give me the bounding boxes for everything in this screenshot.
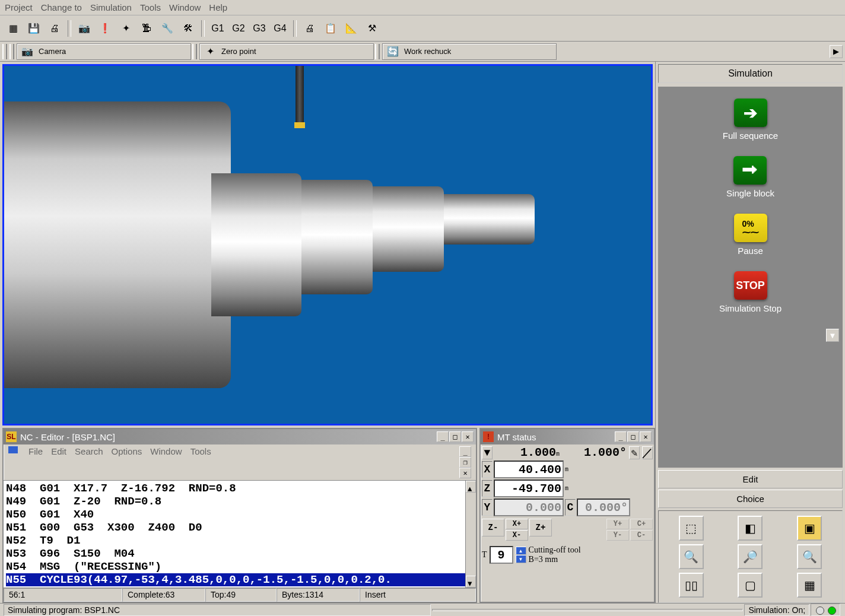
menu-project[interactable]: Project (5, 2, 33, 12)
tab-camera[interactable]: 📷 Camera (17, 43, 191, 60)
grip-handle[interactable] (375, 44, 380, 59)
side-panel-title: Simulation (658, 64, 843, 83)
nc-menu-window[interactable]: Window (150, 446, 182, 478)
status-complete: Complete:63 (122, 588, 205, 602)
edit-panel-button[interactable]: Edit (658, 470, 843, 488)
view-solid-button[interactable]: ◧ (738, 516, 763, 541)
zoom-in-button[interactable]: 🔎 (738, 544, 763, 569)
single-block-button[interactable]: ⮕ Single block (726, 156, 774, 198)
toolbar-print2-icon[interactable]: 🖨 (300, 19, 319, 38)
nc-editor-titlebar[interactable]: SL NC - Editor - [BSP1.NC] _ □ ✕ (4, 429, 476, 444)
status-mode: Insert (360, 588, 476, 602)
mt-status-window: ! MT status _ □ ✕ ▼ 1.000m (479, 428, 655, 603)
menu-window[interactable]: Window (169, 2, 201, 12)
child-restore-button[interactable]: ❐ (459, 457, 471, 468)
mt-line-button[interactable]: ／ (642, 446, 653, 459)
toolbar-alert-icon[interactable]: ❗ (96, 19, 115, 38)
tool-spin-down[interactable]: ▼ (516, 555, 526, 563)
close-button[interactable]: ✕ (640, 431, 652, 442)
layout-single-button[interactable]: ▢ (738, 573, 763, 598)
mt-status-titlebar[interactable]: ! MT status _ □ ✕ (481, 429, 654, 444)
mt-edit-button[interactable]: ✎ (629, 446, 640, 459)
toolbar-separator (68, 20, 71, 37)
axis-z-value[interactable] (494, 480, 564, 497)
toolbar-clipboard-icon[interactable]: 📋 (321, 19, 340, 38)
scroll-down-button[interactable]: ▾ (466, 576, 476, 588)
simulation-stop-button[interactable]: STOP Simulation Stop (719, 271, 782, 313)
toolbar-g2-icon[interactable]: G2 (229, 19, 248, 38)
tool-param-label: B=3 mm (529, 555, 581, 564)
menu-tools[interactable]: Tools (140, 2, 161, 12)
axis-x-value[interactable] (494, 461, 564, 478)
menu-simulation[interactable]: Simulation (90, 2, 132, 12)
jog-z-plus-button[interactable]: Z+ (529, 519, 552, 536)
toolbar-g1-icon[interactable]: G1 (208, 19, 227, 38)
axis-y-label: Y (482, 499, 493, 516)
maximize-button[interactable]: □ (449, 431, 461, 442)
child-close-button[interactable]: ✕ (459, 468, 471, 478)
nc-line-selected[interactable]: N55 CYCLE93(44.97,-53,4,3.485,0,0,0,-1.5… (6, 573, 474, 586)
toolbar-g3-icon[interactable]: G3 (250, 19, 269, 38)
toolbar-print-icon[interactable]: 🖨 (45, 19, 64, 38)
simulation-3d-viewport[interactable] (2, 64, 653, 426)
nc-menu-edit[interactable]: Edit (51, 446, 66, 478)
nc-menu-file[interactable]: File (28, 446, 43, 478)
nc-menu-search[interactable]: Search (75, 446, 103, 478)
nc-line[interactable]: N54 MSG ("RECESSING") (6, 560, 474, 573)
status-leds (811, 604, 840, 615)
tab-work-rechuck[interactable]: 🔄 Work rechuck (382, 43, 557, 60)
nc-line[interactable]: N48 G01 X17.7 Z-16.792 RND=0.8 (6, 482, 474, 495)
nc-line[interactable]: N50 G01 X40 (6, 508, 474, 521)
nc-menu-tools[interactable]: Tools (190, 446, 211, 478)
nc-menu-options[interactable]: Options (112, 446, 142, 478)
zoom-fit-button[interactable]: 🔍 (679, 544, 704, 569)
layout-split-button[interactable]: ▯▯ (679, 573, 704, 598)
nc-code-editor[interactable]: N48 G01 X17.7 Z-16.792 RND=0.8 N49 G01 Z… (4, 481, 476, 588)
minimize-button[interactable]: _ (615, 431, 627, 442)
editor-scrollbar[interactable]: ▴ ▾ (465, 481, 476, 588)
nc-line[interactable]: N49 G01 Z-20 RND=0.8 (6, 495, 474, 508)
minimize-button[interactable]: _ (437, 431, 449, 442)
full-sequence-button[interactable]: ➔ Full sequence (723, 99, 778, 141)
zoom-out-button[interactable]: 🔍 (797, 544, 822, 569)
toolbar-setup1-icon[interactable]: 🔧 (158, 19, 177, 38)
toolbar-save-icon[interactable]: 💾 (24, 19, 43, 38)
menu-help[interactable]: Help (209, 2, 227, 12)
context-tab-strip: 📷 Camera ✦ Zero point 🔄 Work rechuck ▶ (0, 42, 845, 62)
tool-number-input[interactable] (490, 546, 513, 564)
tabs-scroll-right-button[interactable]: ▶ (830, 45, 843, 58)
grip-handle[interactable] (9, 44, 14, 59)
close-button[interactable]: ✕ (462, 431, 474, 442)
menu-change-to[interactable]: Change to (41, 2, 82, 12)
nc-line[interactable]: N52 T9 D1 (6, 534, 474, 547)
view-shaded-button[interactable]: ▣ (797, 516, 822, 541)
toolbar-setup2-icon[interactable]: 🛠 (179, 19, 198, 38)
jog-x-plus-button[interactable]: X+ (506, 519, 528, 529)
toolbar-measure-icon[interactable]: 📐 (342, 19, 361, 38)
zero-point-icon: ✦ (204, 45, 217, 58)
tab-zero-point[interactable]: ✦ Zero point (199, 43, 374, 60)
view-wireframe-button[interactable]: ⬚ (679, 516, 704, 541)
tool-spin-up[interactable]: ▲ (516, 547, 526, 555)
layout-quad-button[interactable]: ▦ (797, 573, 822, 598)
choice-panel-button[interactable]: Choice (658, 490, 843, 508)
scroll-up-button[interactable]: ▴ (466, 481, 476, 493)
maximize-button[interactable]: □ (627, 431, 639, 442)
toolbar-g4-icon[interactable]: G4 (271, 19, 290, 38)
toolbar-clamp-icon[interactable]: 🗜 (137, 19, 156, 38)
grip-handle[interactable] (2, 44, 7, 59)
pause-button[interactable]: 0%⁓⁓ Pause (734, 214, 767, 256)
grip-handle[interactable] (192, 44, 197, 59)
toolbar-camera-icon[interactable]: 📷 (75, 19, 94, 38)
jog-x-minus-button[interactable]: X- (506, 530, 528, 541)
jog-z-minus-button[interactable]: Z- (482, 519, 504, 536)
toolbar-zero-icon[interactable]: ✦ (116, 19, 135, 38)
toolbar-tools-icon[interactable]: ⚒ (363, 19, 382, 38)
side-expand-button[interactable]: ▼ (826, 329, 839, 342)
nc-line[interactable]: N51 G00 G53 X300 Z400 D0 (6, 521, 474, 534)
child-minimize-button[interactable]: _ (459, 446, 471, 457)
tool-tip-graphic (294, 122, 305, 128)
toolbar-grid-icon[interactable]: ▦ (4, 19, 23, 38)
nc-line[interactable]: N53 G96 S150 M04 (6, 547, 474, 560)
mt-dropdown-button[interactable]: ▼ (482, 446, 493, 459)
